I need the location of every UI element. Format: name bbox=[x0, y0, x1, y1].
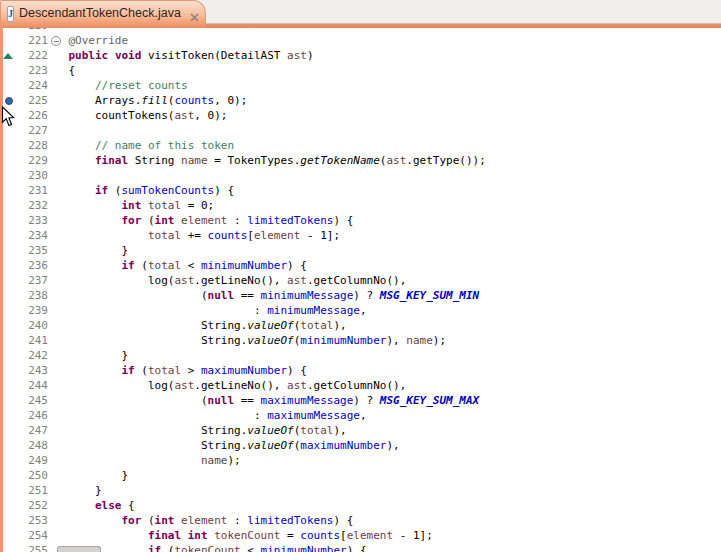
code-lines[interactable]: @Override public void visitToken(DetailA… bbox=[42, 28, 721, 552]
line-number: 233 bbox=[0, 213, 48, 228]
code-line[interactable]: } bbox=[42, 483, 721, 498]
line-number: 240 bbox=[0, 318, 48, 333]
line-number: 254 bbox=[0, 528, 48, 543]
line-number: 253 bbox=[0, 513, 48, 528]
code-line[interactable]: //reset counts bbox=[42, 78, 721, 93]
line-number: 229 bbox=[0, 153, 48, 168]
code-line[interactable]: { bbox=[42, 63, 721, 78]
line-number: 250 bbox=[0, 468, 48, 483]
line-number: 224 bbox=[0, 78, 48, 93]
code-line[interactable]: else { bbox=[42, 498, 721, 513]
line-number: 228 bbox=[0, 138, 48, 153]
code-editor-area[interactable]: 2202212222232242252262272282292302312322… bbox=[0, 28, 721, 552]
code-line[interactable] bbox=[42, 123, 721, 138]
code-line[interactable]: // name of this token bbox=[42, 138, 721, 153]
line-number: 235 bbox=[0, 243, 48, 258]
tab-close-icon[interactable] bbox=[190, 8, 199, 26]
code-line[interactable]: public void visitToken(DetailAST ast) bbox=[42, 48, 721, 63]
line-number: 251 bbox=[0, 483, 48, 498]
mouse-pointer-icon bbox=[1, 106, 16, 132]
code-line[interactable]: for (int element : limitedTokens) { bbox=[42, 513, 721, 528]
code-line[interactable]: if (total > maximumNumber) { bbox=[42, 363, 721, 378]
code-line[interactable]: } bbox=[42, 468, 721, 483]
line-number: 239 bbox=[0, 303, 48, 318]
code-line[interactable]: String.valueOf(total), bbox=[42, 423, 721, 438]
code-line[interactable]: total += counts[element - 1]; bbox=[42, 228, 721, 243]
line-number: 232 bbox=[0, 198, 48, 213]
code-line[interactable]: final int tokenCount = counts[element - … bbox=[42, 528, 721, 543]
window-edge-accent bbox=[0, 24, 3, 552]
java-file-icon: J bbox=[7, 6, 14, 22]
line-number: 248 bbox=[0, 438, 48, 453]
code-line[interactable]: String.valueOf(minimumNumber), name); bbox=[42, 333, 721, 348]
code-line[interactable]: final String name = TokenTypes.getTokenN… bbox=[42, 153, 721, 168]
line-number: 247 bbox=[0, 423, 48, 438]
code-line[interactable]: String.valueOf(maximumNumber), bbox=[42, 438, 721, 453]
line-number: 243 bbox=[0, 363, 48, 378]
code-line[interactable]: : maximumMessage, bbox=[42, 408, 721, 423]
code-line[interactable]: } bbox=[42, 348, 721, 363]
line-number: 245 bbox=[0, 393, 48, 408]
code-line[interactable]: if (sumTokenCounts) { bbox=[42, 183, 721, 198]
code-line[interactable]: } bbox=[42, 243, 721, 258]
line-number: 246 bbox=[0, 408, 48, 423]
code-line[interactable]: log(ast.getLineNo(), ast.getColumnNo(), bbox=[42, 378, 721, 393]
line-number: 230 bbox=[0, 168, 48, 183]
line-number: 223 bbox=[0, 63, 48, 78]
tab-title: DescendantTokenCheck.java bbox=[19, 6, 181, 20]
code-line[interactable]: (null == minimumMessage) ? MSG_KEY_SUM_M… bbox=[42, 288, 721, 303]
code-line[interactable]: if (tokenCount < minimumNumber) { bbox=[42, 543, 721, 552]
line-number: 231 bbox=[0, 183, 48, 198]
breakpoint-icon[interactable] bbox=[5, 97, 13, 105]
code-line[interactable]: int total = 0; bbox=[42, 198, 721, 213]
line-number: 234 bbox=[0, 228, 48, 243]
code-line[interactable]: : minimumMessage, bbox=[42, 303, 721, 318]
code-line[interactable]: countTokens(ast, 0); bbox=[42, 108, 721, 123]
code-line[interactable]: String.valueOf(total), bbox=[42, 318, 721, 333]
line-number: 242 bbox=[0, 348, 48, 363]
horizontal-scrollbar-thumb[interactable] bbox=[57, 546, 101, 552]
code-line[interactable] bbox=[42, 168, 721, 183]
line-number: 238 bbox=[0, 288, 48, 303]
code-line[interactable]: Arrays.fill(counts, 0); bbox=[42, 93, 721, 108]
line-number: 241 bbox=[0, 333, 48, 348]
line-number: 237 bbox=[0, 273, 48, 288]
line-number: 252 bbox=[0, 498, 48, 513]
code-line[interactable]: @Override bbox=[42, 33, 721, 48]
code-line[interactable]: name); bbox=[42, 453, 721, 468]
eclipse-editor-window: J DescendantTokenCheck.java 220221222223… bbox=[0, 0, 721, 552]
code-line[interactable]: log(ast.getLineNo(), ast.getColumnNo(), bbox=[42, 273, 721, 288]
tab-descendanttokencheck[interactable]: J DescendantTokenCheck.java bbox=[0, 0, 206, 28]
code-line[interactable]: (null == maximumMessage) ? MSG_KEY_SUM_M… bbox=[42, 393, 721, 408]
line-number: 236 bbox=[0, 258, 48, 273]
code-line[interactable]: for (int element : limitedTokens) { bbox=[42, 213, 721, 228]
code-line[interactable]: if (total < minimumNumber) { bbox=[42, 258, 721, 273]
override-indicator-icon bbox=[3, 53, 13, 59]
line-number: 221 bbox=[0, 33, 48, 48]
line-number: 244 bbox=[0, 378, 48, 393]
line-number: 255 bbox=[0, 543, 48, 552]
line-number: 249 bbox=[0, 453, 48, 468]
